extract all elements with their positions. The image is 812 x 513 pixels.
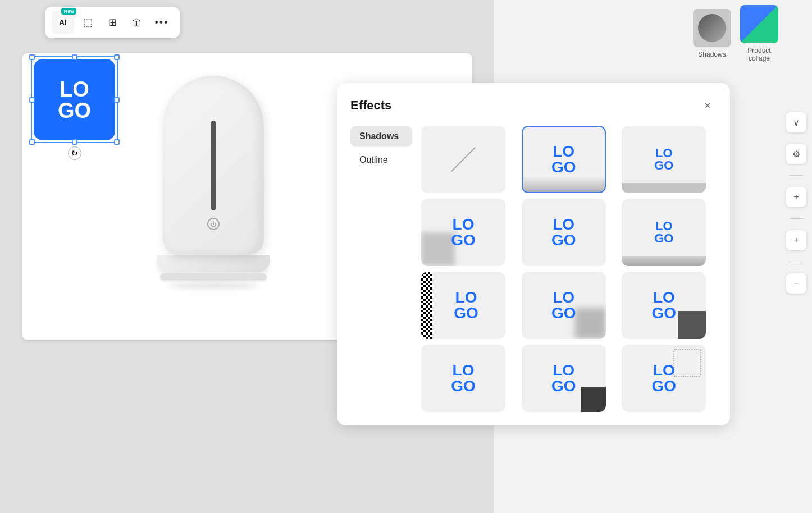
dark-overlay	[678, 311, 706, 339]
effect-cell-shadow-corner-br[interactable]: LOGO	[522, 272, 606, 339]
logo-icon-6: LOGO	[454, 290, 478, 321]
new-badge: New	[61, 8, 76, 15]
plus-icon-1: +	[793, 192, 799, 202]
effects-layout: Shadows Outline LOGO LOGO	[350, 126, 717, 412]
effects-grid: LOGO LOGO LOGO LOGO	[421, 126, 717, 412]
chevron-down-button[interactable]: ∨	[786, 112, 806, 132]
close-button[interactable]: ×	[699, 97, 717, 114]
logo-icon-3: LOGO	[451, 217, 476, 248]
nav-item-outline[interactable]: Outline	[350, 149, 412, 171]
power-button: ⏻	[207, 218, 220, 230]
logo-icon: LOGO	[551, 144, 576, 175]
edge-divider-2	[790, 218, 803, 219]
effect-cell-shadow-soft[interactable]: LOGO	[522, 126, 606, 193]
more-button[interactable]: •••	[150, 11, 173, 34]
logo-icon-4: LOGO	[551, 217, 576, 248]
delete-button[interactable]: 🗑	[126, 11, 148, 34]
effect-cell-center[interactable]: LOGO	[522, 199, 606, 266]
logo-icon-8: LOGO	[652, 290, 677, 321]
shadows-thumb-label: Shadows	[698, 51, 726, 58]
humidifier-product: ⏻	[152, 76, 275, 289]
select-icon: ⬚	[83, 16, 93, 29]
select-button[interactable]: ⬚	[76, 11, 99, 34]
toolbar: AI New ⬚ ⊞ 🗑 •••	[45, 7, 180, 38]
more-icon: •••	[155, 17, 169, 29]
logo-icon-11: LOGO	[652, 363, 677, 394]
nav-item-shadows[interactable]: Shadows	[350, 126, 412, 147]
template-thumb-shadows[interactable]: Shadows	[693, 9, 731, 58]
humidifier-shadow	[168, 282, 258, 289]
filter-button[interactable]: ⚙	[786, 144, 806, 164]
add-frame-icon: ⊞	[108, 16, 117, 29]
dark-corner-effect	[581, 387, 606, 412]
checker-left-effect	[421, 272, 432, 339]
effects-panel: Effects × Shadows Outline LOGO	[337, 83, 730, 425]
add-button-2[interactable]: +	[786, 230, 806, 250]
humidifier-base	[157, 255, 270, 272]
edge-divider-3	[790, 262, 803, 262]
template-thumb-product-collage[interactable]: Product collage	[740, 5, 778, 62]
shadow-hard-bar	[622, 256, 706, 266]
shadow-tight	[622, 183, 706, 193]
minus-button[interactable]: −	[786, 273, 806, 294]
delete-icon: 🗑	[132, 17, 142, 29]
logo-element[interactable]: LO GO	[34, 59, 115, 140]
shadow-bottom-soft	[523, 176, 605, 192]
effect-cell-dotted[interactable]: LOGO	[622, 345, 706, 412]
effect-cell-dark-corner[interactable]: LOGO	[522, 345, 606, 412]
effects-title: Effects	[350, 98, 391, 113]
effect-cell-none[interactable]	[421, 126, 505, 193]
logo-icon-9: LOGO	[451, 363, 476, 394]
template-bar: Shadows Product collage	[494, 0, 812, 67]
no-effect-slash	[451, 147, 476, 172]
product-collage-thumb-image	[740, 5, 778, 43]
humidifier-slot	[211, 121, 216, 210]
dotted-outline-effect	[673, 349, 701, 377]
effect-cell-shadow-hard[interactable]: LOGO	[622, 199, 706, 266]
product-collage-thumb-label: Product collage	[747, 47, 770, 62]
close-icon: ×	[705, 100, 711, 112]
effect-cell-dark-br[interactable]: LOGO	[622, 272, 706, 339]
edge-controls: ∨ ⚙ + + −	[786, 112, 806, 294]
logo-icon-10: LOGO	[551, 363, 576, 394]
effects-header: Effects ×	[350, 97, 717, 114]
filter-icon: ⚙	[792, 149, 800, 159]
logo-line2: GO	[58, 100, 91, 121]
effect-cell-shadow-tight[interactable]: LOGO	[622, 126, 706, 193]
shadow-corner-bl-effect	[421, 232, 455, 266]
add-frame-button[interactable]: ⊞	[101, 11, 124, 34]
shadows-thumb-image	[693, 9, 731, 47]
effect-cell-shadow-corner-bl[interactable]: LOGO	[421, 199, 505, 266]
effect-cell-unknown1[interactable]: LOGO	[421, 345, 505, 412]
add-button-1[interactable]: +	[786, 187, 806, 207]
logo-icon-5: LOGO	[654, 220, 673, 245]
shadow-br-effect	[575, 308, 606, 339]
logo-icon-2: LOGO	[654, 147, 673, 172]
plus-icon-2: +	[793, 235, 799, 245]
effect-cell-checker[interactable]: LOGO	[421, 272, 505, 339]
humidifier-foot	[160, 273, 267, 280]
effects-nav: Shadows Outline	[350, 126, 412, 412]
ai-button[interactable]: AI New	[52, 11, 74, 34]
chevron-down-icon: ∨	[793, 117, 800, 128]
humidifier-body: ⏻	[163, 76, 264, 255]
logo-icon-7: LOGO	[551, 290, 576, 321]
logo-text: LO GO	[58, 79, 91, 121]
edge-divider-1	[790, 175, 803, 176]
minus-icon: −	[793, 278, 799, 288]
ai-label: AI	[59, 18, 67, 27]
logo-line1: LO	[58, 79, 91, 100]
